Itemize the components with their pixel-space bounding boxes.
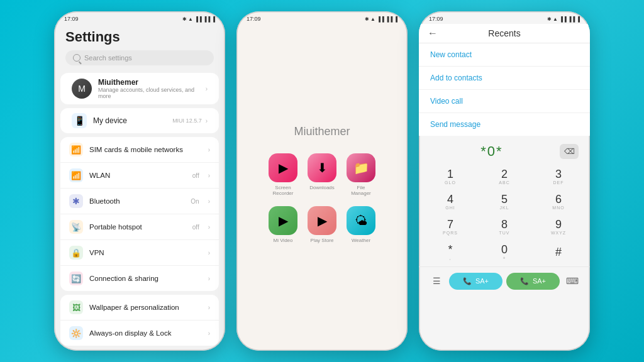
chevron-icon: › <box>208 146 210 153</box>
status-icons-2: ✱ ▲ ▐▐ ▐▐ ▐ <box>365 16 397 22</box>
item-label: WLAN <box>89 172 186 179</box>
app-file-manager[interactable]: 📁 FileManager <box>347 153 375 196</box>
app-label: Weather <box>352 238 370 243</box>
app-screen-recorder[interactable]: ▶ ScreenRecorder <box>269 153 297 196</box>
app-downloads[interactable]: ⬇ Downloads <box>308 153 336 196</box>
wallpaper-icon: 🖼 <box>69 300 83 314</box>
account-row[interactable]: M Miuithemer Manage accounts, cloud serv… <box>60 73 219 104</box>
bluetooth-item[interactable]: ✱ Bluetooth On › <box>60 189 219 214</box>
call-icon-2: 📞 <box>520 277 529 285</box>
device-icon: 📱 <box>72 113 87 128</box>
dialer-header: ← Recents <box>419 24 590 43</box>
play-store-icon: ▶ <box>308 206 336 235</box>
display-icon: 🔆 <box>69 326 83 340</box>
recent-video-call[interactable]: Video call <box>419 90 590 113</box>
phone-dialer: 17:09 ✱ ▲ ▐▐ ▐▐ ▐ ← Recents New contact … <box>419 11 590 351</box>
back-button[interactable]: ← <box>428 28 438 39</box>
phone-home: 17:09 ✱ ▲ ▐▐ ▐▐ ▐ Miuithemer ▶ ScreenRec… <box>236 11 408 351</box>
call-button-2[interactable]: 📞 SA+ <box>506 273 560 290</box>
chevron-icon: › <box>208 304 210 311</box>
key-star[interactable]: * , <box>424 240 477 264</box>
hotspot-value: off <box>192 224 199 231</box>
wlan-value: off <box>192 172 199 179</box>
key-8[interactable]: 8 TUV <box>478 215 531 239</box>
item-label: Wallpaper & personalization <box>89 304 202 311</box>
app-mi-video[interactable]: ▶ Mi Video <box>269 206 297 243</box>
menu-button[interactable]: ☰ <box>428 272 445 290</box>
always-on-item[interactable]: 🔆 Always-on display & Lock › <box>60 321 219 346</box>
item-label: Connection & sharing <box>89 275 202 282</box>
app-play-store[interactable]: ▶ Play Store <box>308 206 336 243</box>
settings-header: Settings Search settings <box>54 24 225 69</box>
my-device-row[interactable]: 📱 My device MIUI 12.5.7 › <box>60 108 219 133</box>
mi-video-icon: ▶ <box>269 206 297 235</box>
app-label: ScreenRecorder <box>273 185 294 196</box>
phone-settings: 17:09 ✱ ▲ ▐▐ ▐▐ ▐ Settings Search settin… <box>54 11 225 351</box>
item-label: VPN <box>89 249 202 256</box>
avatar: M <box>72 79 92 99</box>
status-icons-3: ✱ ▲ ▐▐ ▐▐ ▐ <box>547 16 580 22</box>
wlan-icon: 📶 <box>69 168 83 182</box>
app-label: Play Store <box>311 238 334 243</box>
call-button-1[interactable]: 📞 SA+ <box>449 273 502 290</box>
screen-recorder-icon: ▶ <box>269 153 297 182</box>
settings-screen: Settings Search settings M Miuithemer Ma… <box>54 24 225 351</box>
key-hash[interactable]: # <box>532 240 585 264</box>
chevron-icon: › <box>208 172 210 179</box>
account-name: Miuithemer <box>98 78 199 87</box>
time-1: 17:09 <box>64 16 79 22</box>
home-screen: Miuithemer ▶ ScreenRecorder ⬇ Downloads … <box>236 24 408 351</box>
chevron-icon: › <box>206 85 208 92</box>
backspace-button[interactable]: ⌫ <box>560 144 579 159</box>
hotspot-icon: 📡 <box>69 220 83 234</box>
file-manager-icon: 📁 <box>347 153 375 182</box>
wallpaper-item[interactable]: 🖼 Wallpaper & personalization › <box>60 295 219 321</box>
vpn-item[interactable]: 🔒 VPN › <box>60 240 219 266</box>
key-5[interactable]: 5 JKL <box>478 190 531 214</box>
time-3: 17:09 <box>429 16 443 22</box>
app-label: Downloads <box>309 185 335 190</box>
weather-icon: 🌤 <box>347 206 375 235</box>
personalization-section: 🖼 Wallpaper & personalization › 🔆 Always… <box>60 295 219 346</box>
key-9[interactable]: 9 WXYZ <box>532 215 585 239</box>
hotspot-item[interactable]: 📡 Portable hotspot off › <box>60 214 219 240</box>
sim-item[interactable]: 📶 SIM cards & mobile networks › <box>60 137 219 163</box>
app-label: Mi Video <box>274 238 293 243</box>
dialer-display: *0* ⌫ <box>419 136 590 165</box>
bluetooth-icon: ✱ <box>69 194 83 208</box>
chevron-icon: › <box>208 330 210 337</box>
key-2[interactable]: 2 ABC <box>478 165 531 189</box>
call-label-1: SA+ <box>475 277 489 285</box>
key-3[interactable]: 3 DEF <box>532 165 585 189</box>
search-placeholder: Search settings <box>84 54 132 62</box>
keypad-toggle-button[interactable]: ⌨ <box>564 272 581 290</box>
network-section: 📶 SIM cards & mobile networks › 📶 WLAN o… <box>60 137 219 291</box>
vpn-icon: 🔒 <box>69 246 83 260</box>
chevron-icon: › <box>208 275 210 282</box>
dialer-actions: ☰ 📞 SA+ 📞 SA+ ⌨ <box>419 266 590 293</box>
dial-number: *0* <box>430 143 553 160</box>
recent-new-contact[interactable]: New contact <box>419 43 590 67</box>
connection-item[interactable]: 🔄 Connection & sharing › <box>60 266 219 291</box>
item-label: SIM cards & mobile networks <box>89 146 202 153</box>
device-label: My device <box>93 116 172 125</box>
item-label: Always-on display & Lock <box>89 329 202 337</box>
wlan-item[interactable]: 📶 WLAN off › <box>60 163 219 189</box>
recents-list: New contact Add to contacts Video call S… <box>419 43 590 136</box>
dialer-title: Recents <box>444 28 565 38</box>
call-icon-1: 📞 <box>463 277 472 285</box>
recent-add-contact[interactable]: Add to contacts <box>419 67 590 90</box>
key-4[interactable]: 4 GHI <box>424 190 477 214</box>
key-6[interactable]: 6 MNO <box>532 190 585 214</box>
key-1[interactable]: 1 GLO <box>424 165 477 189</box>
key-0[interactable]: 0 + <box>478 240 531 264</box>
recent-send-message[interactable]: Send message <box>419 113 590 136</box>
home-greeting: Miuithemer <box>294 125 350 138</box>
app-label: FileManager <box>351 185 371 196</box>
key-7[interactable]: 7 PQRS <box>424 215 477 239</box>
call-label-2: SA+ <box>533 277 546 285</box>
time-2: 17:09 <box>247 16 261 22</box>
chevron-icon: › <box>208 250 210 256</box>
app-weather[interactable]: 🌤 Weather <box>347 206 375 243</box>
search-bar[interactable]: Search settings <box>65 50 214 65</box>
